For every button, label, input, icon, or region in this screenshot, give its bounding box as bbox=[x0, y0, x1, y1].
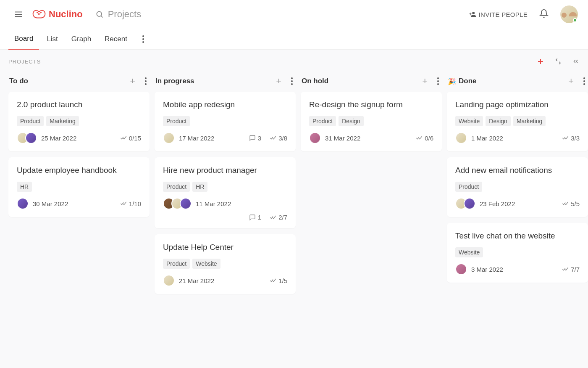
tag: Product bbox=[455, 182, 482, 192]
tasks-count: 5/5 bbox=[562, 200, 580, 207]
card-title: 2.0 product launch bbox=[17, 100, 141, 109]
card[interactable]: Update employee handbookHR30 Mar 20221/1… bbox=[8, 157, 150, 217]
card-tags: ProductDesign bbox=[309, 116, 433, 126]
card-avatars bbox=[309, 132, 321, 144]
card-avatars bbox=[17, 132, 37, 144]
tasks-count: 3/8 bbox=[270, 135, 287, 142]
checklist-icon bbox=[270, 135, 276, 141]
column-icon: 🎉 bbox=[448, 77, 456, 85]
plus-icon bbox=[537, 58, 544, 65]
add-card-button[interactable]: + bbox=[130, 77, 135, 86]
column-done: 🎉Done+Landing page optimizationWebsiteDe… bbox=[447, 73, 588, 289]
dots-vertical-icon bbox=[291, 80, 293, 82]
dots-vertical-icon bbox=[145, 80, 147, 82]
tag: Product bbox=[309, 116, 336, 126]
column-menu-button[interactable] bbox=[143, 80, 149, 82]
tasks-count: 3/3 bbox=[562, 135, 580, 142]
card-date: 30 Mar 2022 bbox=[33, 200, 68, 207]
tasks-count: 7/7 bbox=[562, 266, 580, 273]
card-avatars bbox=[163, 198, 192, 209]
tasks-count: 0/15 bbox=[120, 135, 141, 142]
add-card-button[interactable]: + bbox=[422, 77, 428, 86]
column-menu-button[interactable] bbox=[289, 80, 295, 82]
tasks-count: 1/10 bbox=[120, 200, 141, 207]
column-in-progress: In progress+Mobile app redesignProduct17… bbox=[155, 73, 296, 300]
card[interactable]: Update Help CenterProductWebsite21 Mar 2… bbox=[155, 234, 296, 294]
comment-icon bbox=[249, 214, 256, 221]
hide-panel-button[interactable] bbox=[572, 58, 580, 65]
svg-line-4 bbox=[101, 16, 102, 17]
card-date: 25 Mar 2022 bbox=[41, 135, 76, 142]
column-menu-button[interactable] bbox=[435, 80, 441, 82]
invite-label: INVITE PEOPLE bbox=[479, 11, 528, 18]
column-title: Done bbox=[459, 77, 477, 85]
tag: Product bbox=[17, 116, 44, 126]
card[interactable]: Landing page optimizationWebsiteDesignMa… bbox=[447, 92, 588, 151]
card[interactable]: Hire new product managerProductHR11 Mar … bbox=[155, 157, 296, 228]
user-avatar[interactable] bbox=[560, 5, 578, 23]
card[interactable]: Mobile app redesignProduct17 Mar 202233/… bbox=[155, 92, 296, 151]
card-date: 1 Mar 2022 bbox=[471, 135, 503, 142]
tag: HR bbox=[17, 182, 32, 192]
avatar-icon bbox=[464, 198, 475, 209]
avatar-icon bbox=[163, 132, 175, 144]
card-tags: ProductMarketing bbox=[17, 116, 141, 126]
tag: Website bbox=[192, 259, 220, 269]
column-menu-button[interactable] bbox=[581, 80, 587, 82]
card-tags: ProductWebsite bbox=[163, 259, 287, 269]
avatar-icon bbox=[17, 198, 29, 209]
search[interactable]: Projects bbox=[95, 9, 141, 20]
tag: Product bbox=[163, 259, 190, 269]
checklist-icon bbox=[416, 135, 423, 141]
column-title: In progress bbox=[155, 77, 194, 85]
card-tags: ProductHR bbox=[163, 182, 287, 192]
add-card-button[interactable]: + bbox=[276, 77, 281, 86]
card-title: Mobile app redesign bbox=[163, 100, 287, 109]
column-on-hold: On hold+Re-design the signup formProduct… bbox=[301, 73, 442, 157]
breadcrumb[interactable]: PROJECTS bbox=[8, 58, 41, 65]
workspace-title: Projects bbox=[108, 9, 141, 20]
tab-recent[interactable]: Recent bbox=[99, 29, 133, 49]
online-status-icon bbox=[573, 18, 577, 22]
comments-count: 1 bbox=[249, 214, 261, 221]
tab-list[interactable]: List bbox=[41, 29, 63, 49]
brain-icon bbox=[32, 9, 46, 20]
collapse-button[interactable] bbox=[554, 58, 562, 65]
card-avatars bbox=[455, 132, 467, 144]
menu-button[interactable] bbox=[10, 6, 27, 23]
collapse-icon bbox=[554, 58, 562, 65]
card-date: 21 Mar 2022 bbox=[179, 277, 214, 284]
card[interactable]: Add new email notificationsProduct23 Feb… bbox=[447, 157, 588, 217]
hamburger-icon bbox=[14, 10, 23, 19]
card-title: Hire new product manager bbox=[163, 166, 287, 175]
card[interactable]: Test live chat on the websiteWebsite3 Ma… bbox=[447, 223, 588, 283]
tag: Marketing bbox=[513, 116, 546, 126]
card[interactable]: 2.0 product launchProductMarketing25 Mar… bbox=[8, 92, 150, 151]
tasks-count: 1/5 bbox=[270, 277, 287, 284]
checklist-icon bbox=[562, 200, 569, 207]
avatar-icon bbox=[25, 132, 37, 144]
column-title: To do bbox=[9, 77, 28, 85]
avatar-icon bbox=[455, 132, 467, 144]
card-date: 17 Mar 2022 bbox=[179, 135, 214, 142]
tab-board[interactable]: Board bbox=[8, 29, 39, 50]
card-tags: Website bbox=[455, 247, 580, 257]
tag: HR bbox=[192, 182, 207, 192]
logo[interactable]: Nuclino bbox=[32, 9, 83, 20]
card-title: Re-design the signup form bbox=[309, 100, 433, 109]
tag: Design bbox=[486, 116, 511, 126]
invite-people-button[interactable]: INVITE PEOPLE bbox=[469, 11, 528, 18]
card-title: Landing page optimization bbox=[455, 100, 580, 109]
search-icon bbox=[95, 10, 104, 19]
card[interactable]: Re-design the signup formProductDesign31… bbox=[301, 92, 442, 151]
add-column-button[interactable] bbox=[537, 58, 544, 65]
notifications-button[interactable] bbox=[539, 9, 549, 20]
dots-vertical-icon bbox=[437, 80, 439, 82]
tag: Product bbox=[163, 182, 190, 192]
tab-graph[interactable]: Graph bbox=[66, 29, 97, 49]
checklist-icon bbox=[562, 266, 569, 273]
add-card-button[interactable]: + bbox=[568, 77, 574, 86]
tasks-count: 0/6 bbox=[416, 135, 433, 142]
checklist-icon bbox=[270, 214, 276, 221]
view-more-button[interactable] bbox=[138, 38, 148, 40]
